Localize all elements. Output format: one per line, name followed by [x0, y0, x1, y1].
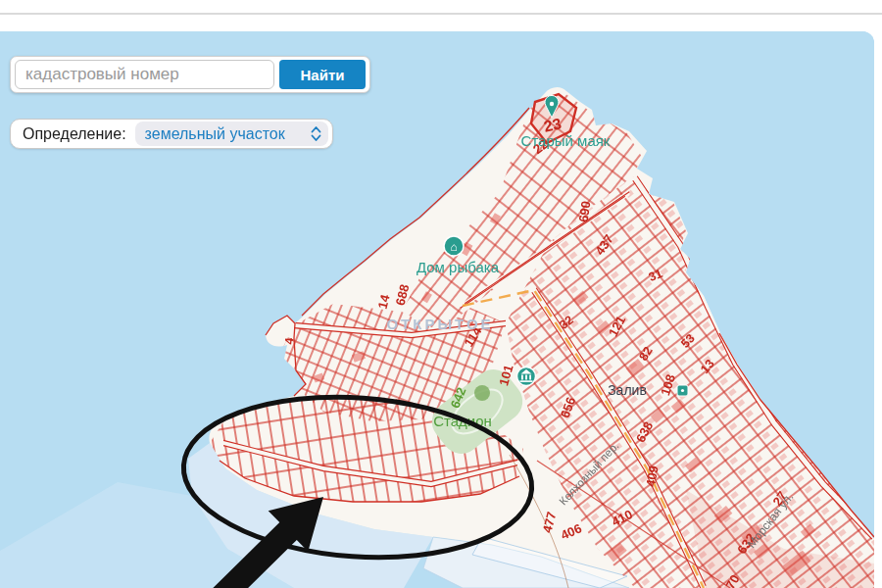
map-canvas[interactable]: 23 22 690 437 31 32 121 82 53 13 108 688… — [0, 31, 874, 588]
settlement-label: ОТКРЫТОЕ — [386, 316, 493, 332]
bay-label: Залив — [608, 382, 647, 398]
definition-label: Определение: — [23, 125, 126, 143]
fisherman-label: Дом рыбака — [416, 259, 500, 275]
lighthouse-label: Старый маяк — [521, 132, 611, 149]
definition-select[interactable]: земельный участок — [135, 122, 328, 146]
cadastral-number-input[interactable] — [15, 60, 274, 89]
chevron-updown-icon — [311, 125, 321, 142]
parcel-number: 690 — [576, 200, 594, 223]
find-button[interactable]: Найти — [279, 60, 366, 89]
poi-house-icon[interactable]: ⌂ — [444, 236, 464, 256]
poi-museum-icon[interactable] — [517, 368, 536, 386]
map-svg: 23 22 690 437 31 32 121 82 53 13 108 688… — [0, 31, 874, 588]
topbar — [0, 0, 882, 31]
search-panel: Найти — [10, 56, 370, 93]
definition-pill: Определение: земельный участок — [10, 119, 333, 149]
topbar-divider — [0, 13, 882, 15]
svg-text:⌂: ⌂ — [450, 240, 457, 254]
definition-value: земельный участок — [145, 125, 285, 143]
poi-marker-icon[interactable] — [677, 385, 688, 396]
